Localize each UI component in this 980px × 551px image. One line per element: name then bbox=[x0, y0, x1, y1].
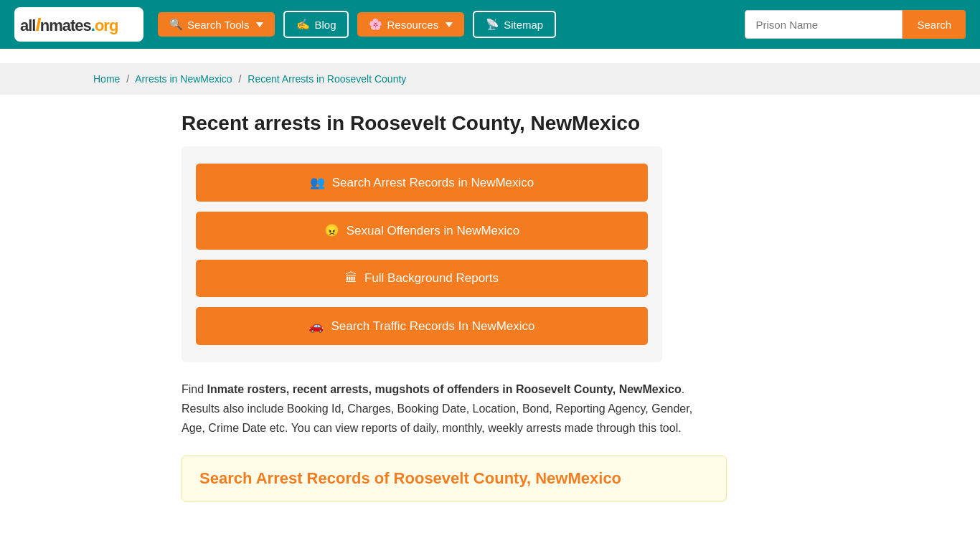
search-arrest-title: Search Arrest Records of Roosevelt Count… bbox=[199, 469, 709, 488]
site-header: allInmates.org 🔍 Search Tools ✍️ Blog 🌸 … bbox=[0, 0, 980, 49]
page-title: Recent arrests in Roosevelt County, NewM… bbox=[182, 112, 798, 135]
main-content: Recent arrests in Roosevelt County, NewM… bbox=[167, 95, 813, 530]
breadcrumb-current: Recent Arrests in Roosevelt County bbox=[248, 73, 406, 85]
search-traffic-records-button[interactable]: 🚗 Search Traffic Records In NewMexico bbox=[196, 307, 648, 345]
sitemap-icon: 📡 bbox=[486, 18, 499, 31]
nav-resources[interactable]: 🌸 Resources bbox=[357, 12, 464, 37]
blog-icon: ✍️ bbox=[296, 18, 310, 31]
breadcrumb-home[interactable]: Home bbox=[93, 73, 120, 85]
dropdown-arrow bbox=[256, 22, 263, 27]
site-logo[interactable]: allInmates.org bbox=[14, 7, 143, 42]
nav-search-tools[interactable]: 🔍 Search Tools bbox=[158, 12, 275, 37]
nav-blog[interactable]: ✍️ Blog bbox=[283, 11, 349, 38]
resources-icon: 🌸 bbox=[369, 18, 382, 31]
header-search-button[interactable]: Search bbox=[903, 10, 966, 39]
offender-icon: 😠 bbox=[324, 223, 339, 238]
full-background-reports-button[interactable]: 🏛 Full Background Reports bbox=[196, 260, 648, 297]
search-arrest-records-button[interactable]: 👥 Search Arrest Records in NewMexico bbox=[196, 164, 648, 202]
dropdown-arrow-resources bbox=[446, 22, 453, 27]
search-arrest-box: Search Arrest Records of Roosevelt Count… bbox=[182, 456, 727, 501]
building-icon: 🏛 bbox=[345, 271, 357, 286]
action-buttons-box: 👥 Search Arrest Records in NewMexico 😠 S… bbox=[182, 146, 662, 362]
breadcrumb-arrests-nm[interactable]: Arrests in NewMexico bbox=[135, 73, 232, 85]
breadcrumb-section: Home / Arrests in NewMexico / Recent Arr… bbox=[0, 63, 980, 95]
nav-sitemap[interactable]: 📡 Sitemap bbox=[473, 11, 556, 38]
people-icon: 👥 bbox=[310, 175, 325, 190]
breadcrumb: Home / Arrests in NewMexico / Recent Arr… bbox=[93, 73, 887, 85]
prison-name-input[interactable] bbox=[745, 10, 903, 39]
car-icon: 🚗 bbox=[308, 319, 324, 334]
header-search-bar: Search bbox=[745, 10, 966, 39]
sexual-offenders-button[interactable]: 😠 Sexual Offenders in NewMexico bbox=[196, 212, 648, 250]
search-icon: 🔍 bbox=[169, 18, 183, 31]
description-text: Find Inmate rosters, recent arrests, mug… bbox=[182, 380, 698, 438]
